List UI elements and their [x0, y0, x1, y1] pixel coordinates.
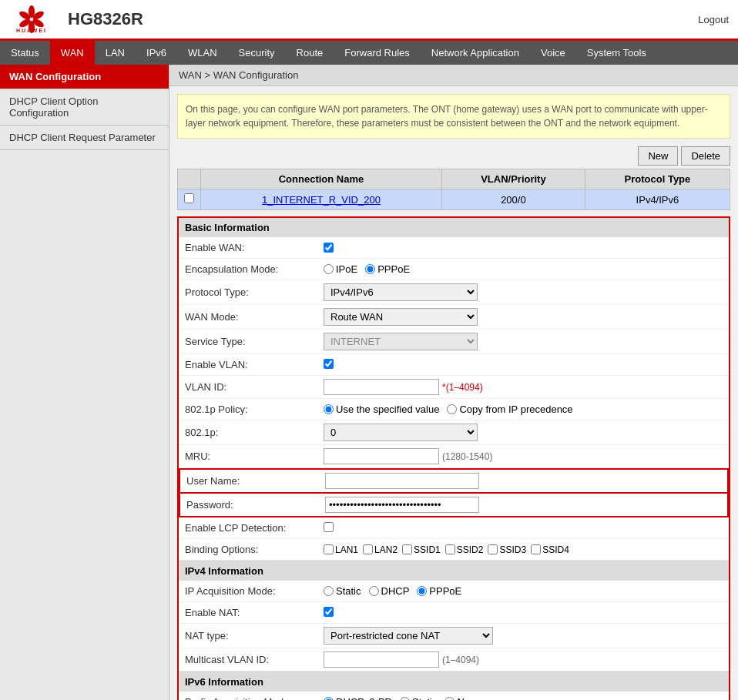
policy-8021p-row: 802.1p Policy: Use the specified value C…	[179, 399, 729, 420]
binding-ssid2-checkbox[interactable]	[445, 544, 455, 554]
nav-route[interactable]: Route	[286, 41, 334, 65]
binding-lan1-checkbox[interactable]	[324, 544, 334, 554]
logo-area: HUAWEI	[9, 5, 54, 34]
ipv4-pppoe-radio[interactable]	[417, 586, 427, 596]
policy-copy-ip-radio[interactable]	[447, 404, 457, 414]
wan-mode-select[interactable]: Route WAN Bridge WAN	[324, 308, 478, 326]
header: HUAWEI HG8326R Logout	[0, 0, 738, 41]
encap-ipoe-label[interactable]: IPoE	[324, 263, 357, 275]
ipv4-multicast-vlan-input[interactable]	[324, 651, 439, 668]
delete-button[interactable]: Delete	[681, 146, 730, 166]
password-label: Password:	[186, 499, 325, 511]
nav-wan[interactable]: WAN	[50, 41, 95, 65]
prefix-dhcpv6pd-label[interactable]: DHCPv6-PD	[324, 696, 392, 700]
row-checkbox[interactable]	[184, 193, 194, 203]
nav-voice[interactable]: Voice	[530, 41, 576, 65]
password-input[interactable]	[325, 497, 479, 513]
nav-ipv6[interactable]: IPv6	[136, 41, 177, 65]
nat-type-select[interactable]: Port-restricted cone NAT Full cone NAT R…	[324, 627, 493, 645]
service-type-select[interactable]: INTERNET	[324, 333, 478, 350]
sidebar-item-dhcp-option[interactable]: DHCP Client Option Configuration	[0, 89, 169, 126]
binding-ssid3-checkbox[interactable]	[488, 544, 498, 554]
dot1p-select[interactable]: 0	[324, 424, 478, 441]
col-checkbox	[178, 169, 201, 189]
binding-ssid4-checkbox[interactable]	[531, 544, 541, 554]
sidebar-item-dhcp-request[interactable]: DHCP Client Request Parameter	[0, 126, 169, 150]
nav-security[interactable]: Security	[228, 41, 286, 65]
sidebar: WAN Configuration DHCP Client Option Con…	[0, 65, 169, 700]
encap-ipoe-radio[interactable]	[324, 264, 334, 274]
lcp-label: Enable LCP Detection:	[185, 522, 324, 534]
binding-ssid2-label[interactable]: SSID2	[445, 544, 484, 555]
nav-tools[interactable]: System Tools	[576, 41, 657, 65]
policy-use-specified-radio[interactable]	[324, 404, 334, 414]
vlan-id-input[interactable]: 200	[324, 379, 439, 395]
lcp-row: Enable LCP Detection:	[179, 517, 729, 539]
sidebar-item-wan-config[interactable]: WAN Configuration	[0, 65, 169, 89]
protocol-type-row: Protocol Type: IPv4/IPv6	[179, 280, 729, 305]
username-field: fernando2	[325, 473, 721, 489]
enable-nat-checkbox[interactable]	[324, 607, 334, 617]
enable-vlan-checkbox[interactable]	[324, 359, 334, 369]
prefix-none-radio[interactable]	[444, 697, 455, 700]
row-connection-name[interactable]: 1_INTERNET_R_VID_200	[201, 189, 442, 210]
nav-lan[interactable]: LAN	[95, 41, 136, 65]
ipv4-static-label[interactable]: Static	[324, 585, 361, 597]
ipv4-dhcp-label[interactable]: DHCP	[369, 585, 410, 597]
info-text: On this page, you can configure WAN port…	[186, 104, 708, 129]
nav-forward[interactable]: Forward Rules	[334, 41, 421, 65]
huawei-logo: HUAWEI	[9, 5, 54, 34]
binding-ssid1-checkbox[interactable]	[402, 544, 412, 554]
policy-use-specified-text: Use the specified value	[336, 404, 439, 415]
prefix-dhcpv6pd-radio[interactable]	[324, 697, 334, 700]
policy-copy-ip-label[interactable]: Copy from IP precedence	[447, 404, 572, 415]
enable-wan-row: Enable WAN:	[179, 237, 729, 259]
ipv4-dhcp-text: DHCP	[381, 585, 410, 597]
encap-pppoe-text: PPPoE	[377, 263, 410, 275]
prefix-none-label[interactable]: None	[444, 696, 481, 700]
enable-wan-checkbox[interactable]	[324, 243, 334, 253]
service-type-row: Service Type: INTERNET	[179, 330, 729, 354]
row-vlan-priority: 200/0	[441, 189, 585, 210]
mru-input[interactable]: 1492	[324, 448, 439, 464]
nav-status[interactable]: Status	[0, 41, 50, 65]
binding-ssid1-label[interactable]: SSID1	[402, 544, 441, 555]
row-checkbox-cell[interactable]	[178, 189, 201, 210]
binding-lan2-text: LAN2	[374, 544, 398, 555]
nav-netapp[interactable]: Network Application	[421, 41, 530, 65]
prefix-acq-mode-field: DHCPv6-PD Static None	[324, 696, 723, 700]
lcp-checkbox[interactable]	[324, 522, 334, 532]
policy-8021p-label: 802.1p Policy:	[185, 404, 324, 415]
binding-ssid2-text: SSID2	[457, 544, 484, 555]
binding-lan1-label[interactable]: LAN1	[324, 544, 358, 555]
new-button[interactable]: New	[638, 146, 678, 166]
product-name: HG8326R	[62, 9, 698, 29]
prefix-static-radio[interactable]	[400, 697, 410, 700]
encap-pppoe-label[interactable]: PPPoE	[365, 263, 410, 275]
binding-lan2-label[interactable]: LAN2	[363, 544, 398, 555]
encap-pppoe-radio[interactable]	[365, 264, 375, 274]
ipv4-static-radio[interactable]	[324, 586, 334, 596]
username-input[interactable]: fernando2	[325, 473, 479, 489]
binding-ssid3-label[interactable]: SSID3	[488, 544, 526, 555]
logout-button[interactable]: Logout	[698, 14, 729, 25]
col-protocol-type: Protocol Type	[585, 169, 730, 189]
binding-lan2-checkbox[interactable]	[363, 544, 373, 554]
ipv4-dhcp-radio[interactable]	[369, 586, 379, 596]
binding-ssid3-text: SSID3	[499, 544, 526, 555]
ipv4-pppoe-label[interactable]: PPPoE	[417, 585, 461, 597]
mru-hint: (1280-1540)	[442, 451, 492, 462]
binding-options-row: Binding Options: LAN1 LAN2 SSID1	[179, 539, 729, 561]
protocol-type-select[interactable]: IPv4/IPv6	[324, 283, 478, 301]
policy-use-specified-label[interactable]: Use the specified value	[324, 404, 439, 415]
nat-type-row: NAT type: Port-restricted cone NAT Full …	[179, 624, 729, 648]
table-area: New Delete Connection Name VLAN/Priority…	[177, 146, 730, 210]
breadcrumb: WAN > WAN Configuration	[169, 65, 738, 86]
encap-mode-field: IPoE PPPoE	[324, 263, 723, 275]
binding-ssid4-label[interactable]: SSID4	[531, 544, 569, 555]
password-field	[325, 497, 721, 513]
prefix-static-label[interactable]: Static	[400, 696, 438, 700]
service-type-field: INTERNET	[324, 333, 723, 350]
nav-wlan[interactable]: WLAN	[177, 41, 228, 65]
wan-mode-field: Route WAN Bridge WAN	[324, 308, 723, 326]
